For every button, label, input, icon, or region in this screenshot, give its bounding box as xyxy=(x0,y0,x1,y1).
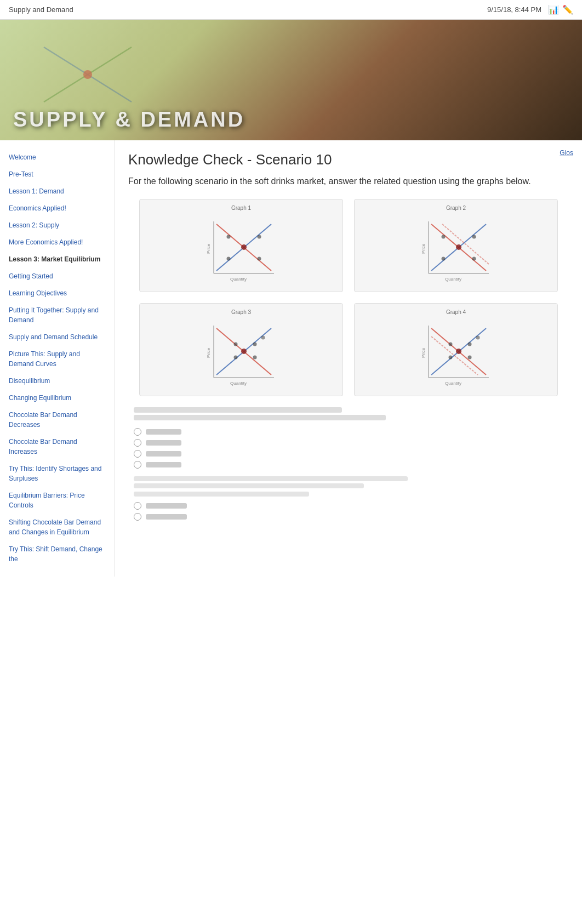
sidebar-item-learning-objectives[interactable]: Learning Objectives xyxy=(7,285,108,302)
graph-2-svg-container: Quantity Price xyxy=(360,213,552,284)
question-line-1 xyxy=(134,407,342,413)
radio-5-label xyxy=(146,503,187,509)
graph-4-svg-container: Quantity Price xyxy=(360,317,552,389)
sidebar-item-pretest[interactable]: Pre-Test xyxy=(7,166,108,183)
svg-point-22 xyxy=(442,235,446,239)
svg-text:Quantity: Quantity xyxy=(445,277,461,282)
svg-point-7 xyxy=(241,244,247,250)
blurred-section-label xyxy=(134,492,309,497)
sidebar-item-try-this-shortages[interactable]: Try This: Identify Shortages and Surplus… xyxy=(7,460,108,487)
edit-icon[interactable]: ✏️ xyxy=(562,4,573,15)
graph-3-label: Graph 3 xyxy=(145,309,337,315)
radio-1-circle[interactable] xyxy=(134,428,141,436)
radio-1-label xyxy=(146,429,181,435)
sidebar-item-disequilibrium[interactable]: Disequilibrium xyxy=(7,373,108,390)
svg-point-10 xyxy=(227,235,231,239)
page-title: Knowledge Check - Scenario 10 xyxy=(128,151,569,168)
radio-option-2[interactable] xyxy=(134,439,563,447)
svg-point-2 xyxy=(83,70,92,79)
blurred-para-1 xyxy=(134,476,408,481)
radio-3-label xyxy=(146,451,181,457)
hero-banner: SUPPLY & DEMAND xyxy=(0,20,582,140)
svg-text:Price: Price xyxy=(206,243,211,254)
graph-2-label: Graph 2 xyxy=(360,205,552,211)
svg-point-48 xyxy=(476,336,480,340)
radio-option-5[interactable] xyxy=(134,502,563,510)
sidebar-item-supply-demand-schedule[interactable]: Supply and Demand Schedule xyxy=(7,329,108,346)
sidebar: Welcome Pre-Test Lesson 1: Demand Econom… xyxy=(0,140,115,577)
top-bar: Supply and Demand 9/15/18, 8:44 PM 📊 ✏️ xyxy=(0,0,582,20)
sidebar-item-changing-equilibrium[interactable]: Changing Equilibrium xyxy=(7,390,108,407)
glos-button[interactable]: Glos xyxy=(560,149,573,157)
svg-point-47 xyxy=(468,343,472,346)
top-icons: 📊 ✏️ xyxy=(548,4,573,15)
graph-1-label: Graph 1 xyxy=(145,205,337,211)
graph-4: Graph 4 Quan xyxy=(354,303,558,396)
svg-line-18 xyxy=(442,224,489,264)
svg-point-19 xyxy=(456,244,461,250)
graph-1-svg: Quantity Price xyxy=(206,216,277,282)
radio-5-circle[interactable] xyxy=(134,502,141,510)
svg-text:Quantity: Quantity xyxy=(230,277,247,282)
radio-2-circle[interactable] xyxy=(134,439,141,447)
svg-point-11 xyxy=(258,235,261,239)
svg-text:Quantity: Quantity xyxy=(445,381,461,386)
svg-point-23 xyxy=(472,235,476,239)
question-section xyxy=(128,407,569,521)
radio-2-label xyxy=(146,440,181,446)
svg-point-45 xyxy=(468,356,472,360)
svg-point-46 xyxy=(449,343,453,346)
sidebar-item-getting-started[interactable]: Getting Started xyxy=(7,268,108,285)
app-title: Supply and Demand xyxy=(9,5,73,14)
sidebar-item-lesson3: Lesson 3: Market Equilibrium xyxy=(7,251,108,268)
main-layout: Welcome Pre-Test Lesson 1: Demand Econom… xyxy=(0,140,582,577)
sidebar-item-economics-applied-1[interactable]: Economics Applied! xyxy=(7,200,108,217)
svg-text:Price: Price xyxy=(206,347,211,358)
intro-text: For the following scenario in the soft d… xyxy=(128,175,569,188)
radio-4-circle[interactable] xyxy=(134,461,141,469)
svg-point-31 xyxy=(234,356,238,360)
graph-3-svg-container: Quantity Price xyxy=(145,317,337,389)
radio-option-4[interactable] xyxy=(134,461,563,469)
sidebar-item-welcome[interactable]: Welcome xyxy=(7,149,108,166)
blurred-para-2 xyxy=(134,483,364,488)
sidebar-item-more-economics[interactable]: More Economics Applied! xyxy=(7,234,108,251)
radio-3-circle[interactable] xyxy=(134,450,141,458)
radio-option-6[interactable] xyxy=(134,513,563,521)
content-area: Glos Knowledge Check - Scenario 10 For t… xyxy=(115,140,582,577)
sidebar-item-lesson2[interactable]: Lesson 2: Supply xyxy=(7,217,108,234)
sidebar-item-lesson1[interactable]: Lesson 1: Demand xyxy=(7,183,108,200)
radio-6-circle[interactable] xyxy=(134,513,141,521)
graph-2: Graph 2 Quantity xyxy=(354,199,558,292)
radio-4-label xyxy=(146,462,181,467)
svg-point-20 xyxy=(442,257,446,261)
graph-3: Graph 3 Quantity xyxy=(139,303,343,396)
svg-text:Price: Price xyxy=(421,243,426,254)
svg-point-8 xyxy=(227,257,231,261)
sidebar-item-shifting-choc[interactable]: Shifting Chocolate Bar Demand and Change… xyxy=(7,514,108,541)
radio-option-1[interactable] xyxy=(134,428,563,436)
graph-3-svg: Quantity Price xyxy=(206,320,277,386)
svg-point-32 xyxy=(253,356,257,360)
graph-4-label: Graph 4 xyxy=(360,309,552,315)
radio-option-3[interactable] xyxy=(134,450,563,458)
svg-point-43 xyxy=(456,349,461,354)
bar-chart-icon[interactable]: 📊 xyxy=(548,4,559,15)
svg-point-34 xyxy=(253,343,257,346)
top-bar-right: 9/15/18, 8:44 PM 📊 ✏️ xyxy=(487,4,573,15)
sidebar-item-putting-together[interactable]: Putting It Together: Supply and Demand xyxy=(7,302,108,329)
graph-grid: Graph 1 xyxy=(128,199,569,396)
graph-1-svg-container: Quantity Price xyxy=(145,213,337,284)
sidebar-item-try-this-shift[interactable]: Try This: Shift Demand, Change the xyxy=(7,541,108,568)
svg-text:Price: Price xyxy=(421,347,426,358)
graph-2-svg: Quantity Price xyxy=(420,216,492,282)
svg-point-30 xyxy=(241,349,247,354)
sidebar-item-picture-this[interactable]: Picture This: Supply and Demand Curves xyxy=(7,346,108,373)
sidebar-item-equilibrium-barriers[interactable]: Equilibrium Barriers: Price Controls xyxy=(7,487,108,514)
svg-text:Quantity: Quantity xyxy=(230,381,247,386)
sidebar-item-choc-demand-decreases[interactable]: Chocolate Bar Demand Decreases xyxy=(7,407,108,434)
graph-1: Graph 1 xyxy=(139,199,343,292)
svg-point-21 xyxy=(472,257,476,261)
datetime: 9/15/18, 8:44 PM xyxy=(487,5,541,14)
sidebar-item-choc-demand-increases[interactable]: Chocolate Bar Demand Increases xyxy=(7,434,108,460)
